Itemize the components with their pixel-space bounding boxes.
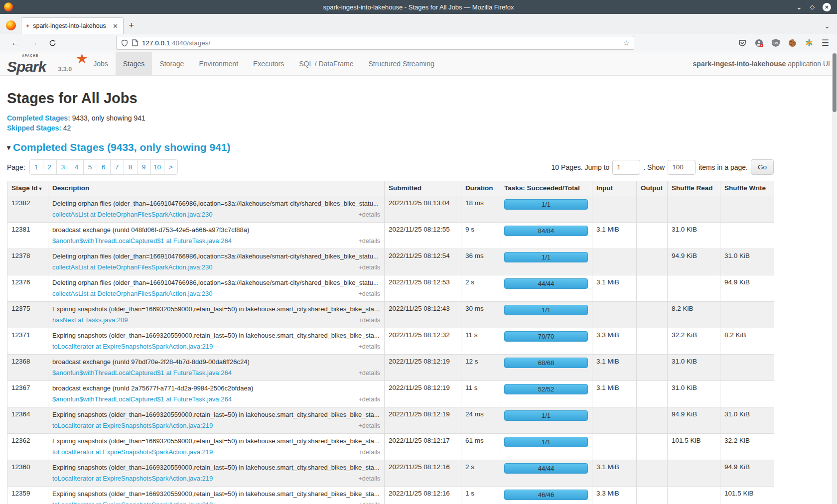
list-all-tabs-icon[interactable]: ⌄ — [824, 22, 830, 30]
stage-row: 12362Expiring snapshots (older_than=1669… — [7, 434, 774, 460]
stage-callsite-link[interactable]: $anonfun$withThreadLocalCaptured$1 at Fu… — [52, 369, 232, 378]
completed-stages-section-header[interactable]: ▾Completed Stages (9433, only showing 94… — [7, 141, 837, 153]
page-button-4[interactable]: 4 — [70, 159, 84, 175]
stage-row: 12364Expiring snapshots (older_than=1669… — [7, 407, 774, 434]
details-toggle[interactable]: +details — [359, 395, 380, 404]
details-toggle[interactable]: +details — [359, 289, 380, 298]
details-toggle[interactable]: +details — [359, 263, 380, 272]
shuffle-read-cell: 31.0 KiB — [668, 381, 720, 407]
nav-item-storage[interactable]: Storage — [152, 52, 191, 75]
shuffle-write-cell — [720, 381, 774, 407]
tasks-cell: 1/1 — [500, 302, 592, 328]
stage-id-cell: 12371 — [7, 328, 48, 355]
column-header-stage-id[interactable]: Stage Id▾ — [7, 181, 48, 196]
details-toggle[interactable]: +details — [359, 448, 380, 457]
stage-callsite-link[interactable]: collectAsList at DeleteOrphanFilesSparkA… — [52, 210, 213, 219]
bookmark-star-icon[interactable]: ☆ — [623, 39, 629, 47]
details-toggle[interactable]: +details — [359, 501, 380, 504]
page-button-7[interactable]: 7 — [110, 159, 124, 175]
page-info-icon[interactable] — [132, 39, 138, 46]
nav-item-executors[interactable]: Executors — [246, 52, 291, 75]
application-id: spark-ingest-into-lakehouse application … — [693, 52, 837, 75]
completed-stages-value: 9433, only showing 941 — [72, 114, 145, 122]
details-toggle[interactable]: +details — [359, 474, 380, 483]
tasks-cell: 1/1 — [500, 407, 592, 434]
shuffle-read-cell: 31.0 KiB — [668, 223, 720, 249]
page-button-3[interactable]: 3 — [56, 159, 70, 175]
stage-callsite-link[interactable]: collectAsList at DeleteOrphanFilesSparkA… — [52, 289, 213, 298]
stage-callsite-link[interactable]: toLocalIterator at ExpireSnapshotsSparkA… — [52, 501, 213, 504]
firefox-profile-icon[interactable] — [6, 20, 16, 30]
reload-button[interactable] — [49, 39, 56, 47]
skipped-stages-link[interactable]: Skipped Stages: — [7, 124, 61, 132]
stage-callsite-link[interactable]: toLocalIterator at ExpireSnapshotsSparkA… — [52, 474, 213, 483]
column-header-input[interactable]: Input — [592, 181, 637, 196]
page-button-1[interactable]: 1 — [29, 159, 43, 175]
tracking-shield-icon[interactable] — [121, 39, 128, 47]
stage-id-cell: 12382 — [7, 196, 48, 223]
details-toggle[interactable]: +details — [359, 237, 380, 246]
forward-button[interactable]: → — [30, 38, 38, 47]
duration-cell: 11 s — [461, 381, 500, 407]
ublock-origin-icon[interactable]: UO — [772, 39, 780, 47]
stage-callsite-link[interactable]: toLocalIterator at ExpireSnapshotsSparkA… — [52, 421, 213, 430]
stage-callsite-link[interactable]: toLocalIterator at ExpireSnapshotsSparkA… — [52, 342, 213, 351]
pocket-icon[interactable] — [738, 39, 746, 47]
extension-icon[interactable] — [755, 39, 763, 47]
address-bar[interactable]: 127.0.0.1:4040/stages/ ☆ — [116, 36, 634, 50]
column-header-submitted[interactable]: Submitted — [385, 181, 461, 196]
details-toggle[interactable]: +details — [359, 210, 380, 219]
page-button-6[interactable]: 6 — [97, 159, 111, 175]
column-header-duration[interactable]: Duration — [461, 181, 500, 196]
languagetool-asterisk-icon[interactable] — [805, 39, 813, 47]
nav-item-structured-streaming[interactable]: Structured Streaming — [361, 52, 441, 75]
shuffle-read-cell — [668, 487, 720, 504]
spark-logo[interactable]: Spark APACHE ★ 3.3.0 — [7, 52, 79, 75]
browser-tab[interactable]: ✦ spark-ingest-into-lakehous ✕ — [21, 17, 124, 34]
items-per-page-input[interactable] — [668, 160, 696, 175]
stage-callsite-link[interactable]: $anonfun$withThreadLocalCaptured$1 at Fu… — [52, 237, 232, 246]
column-header-output[interactable]: Output — [637, 181, 668, 196]
details-toggle[interactable]: +details — [359, 342, 380, 351]
details-toggle[interactable]: +details — [359, 316, 380, 325]
page-button-9[interactable]: 9 — [137, 159, 151, 175]
scrollbar-thumb[interactable] — [833, 53, 837, 112]
stage-description-text: broadcast exchange (runId 97bdf70e-2f28-… — [52, 358, 380, 367]
nav-item-stages[interactable]: Stages — [116, 52, 152, 75]
details-toggle[interactable]: +details — [359, 421, 380, 430]
column-header-shuffle-read[interactable]: Shuffle Read — [668, 181, 720, 196]
next-page-button[interactable]: > — [164, 159, 178, 175]
nav-item-jobs[interactable]: Jobs — [86, 52, 116, 75]
back-button[interactable]: ← — [11, 38, 19, 47]
page-button-5[interactable]: 5 — [83, 159, 97, 175]
stage-callsite-link[interactable]: hasNext at Tasks.java:209 — [52, 316, 128, 325]
page-button-8[interactable]: 8 — [124, 159, 138, 175]
stage-callsite-link[interactable]: toLocalIterator at ExpireSnapshotsSparkA… — [52, 448, 213, 457]
stage-callsite-link[interactable]: collectAsList at DeleteOrphanFilesSparkA… — [52, 263, 213, 272]
tab-close-icon[interactable]: ✕ — [112, 22, 119, 30]
stage-id-cell: 12376 — [7, 275, 48, 302]
completed-stages-link[interactable]: Completed Stages: — [7, 114, 70, 122]
stage-callsite-link[interactable]: $anonfun$withThreadLocalCaptured$1 at Fu… — [52, 395, 232, 404]
cookie-icon[interactable] — [788, 39, 797, 47]
duration-cell: 2 s — [461, 275, 500, 302]
page-button-10[interactable]: 10 — [150, 159, 164, 175]
sort-desc-icon: ▾ — [39, 186, 42, 191]
menu-hamburger-icon[interactable]: ☰ — [822, 38, 829, 48]
column-header-description[interactable]: Description — [48, 181, 385, 196]
page-scrollbar[interactable] — [832, 53, 837, 504]
details-toggle[interactable]: +details — [359, 369, 380, 378]
shuffle-read-cell: 101.5 KiB — [668, 434, 720, 460]
application-ui-suffix: application UI — [786, 60, 830, 68]
nav-item-environment[interactable]: Environment — [191, 52, 246, 75]
nav-item-sql-dataframe[interactable]: SQL / DataFrame — [291, 52, 361, 75]
column-header-tasks-succeeded-total[interactable]: Tasks: Succeeded/Total — [500, 181, 592, 196]
close-button[interactable]: ✕ — [823, 3, 831, 11]
go-button[interactable]: Go — [751, 159, 774, 175]
page-button-2[interactable]: 2 — [43, 159, 57, 175]
minimize-button[interactable]: ⌄ — [796, 3, 802, 10]
maximize-button[interactable]: ◇ — [810, 3, 815, 10]
jump-to-page-input[interactable] — [612, 160, 640, 175]
new-tab-button[interactable]: + — [129, 20, 134, 31]
column-header-shuffle-write[interactable]: Shuffle Write — [720, 181, 774, 196]
